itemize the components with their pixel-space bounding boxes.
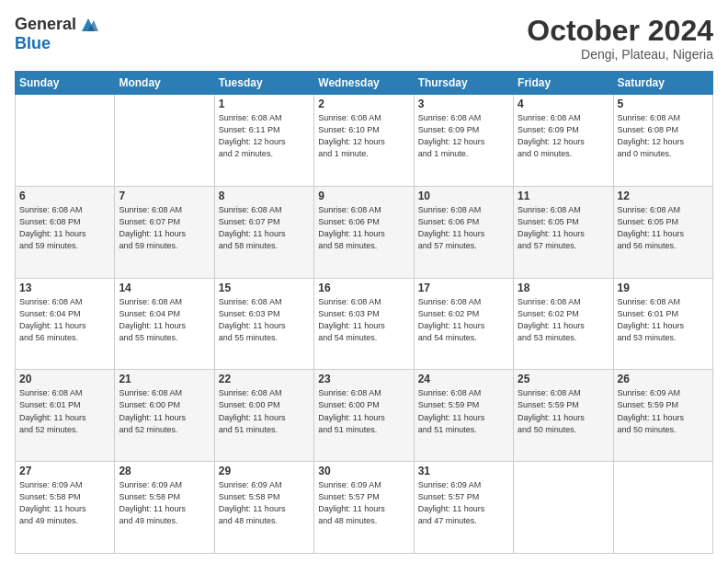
- calendar-week-row: 20Sunrise: 6:08 AMSunset: 6:01 PMDayligh…: [16, 370, 713, 462]
- calendar-cell: 14Sunrise: 6:08 AMSunset: 6:04 PMDayligh…: [115, 278, 214, 370]
- cell-info: Sunrise: 6:08 AMSunset: 5:59 PMDaylight:…: [418, 387, 509, 435]
- calendar-header-row: SundayMondayTuesdayWednesdayThursdayFrid…: [16, 72, 713, 95]
- day-number: 18: [518, 282, 609, 294]
- calendar-cell: 11Sunrise: 6:08 AMSunset: 6:05 PMDayligh…: [514, 186, 613, 278]
- header: General Blue October 2024 Dengi, Plateau…: [15, 15, 713, 62]
- cell-info: Sunrise: 6:08 AMSunset: 6:05 PMDaylight:…: [518, 204, 609, 252]
- day-number: 2: [318, 98, 409, 110]
- day-number: 22: [219, 373, 310, 385]
- day-number: 12: [618, 190, 709, 202]
- cell-info: Sunrise: 6:08 AMSunset: 6:09 PMDaylight:…: [518, 112, 609, 160]
- day-number: 11: [518, 190, 609, 202]
- calendar-cell: 4Sunrise: 6:08 AMSunset: 6:09 PMDaylight…: [514, 95, 613, 187]
- month-title: October 2024: [527, 15, 713, 47]
- day-number: 14: [119, 282, 210, 294]
- calendar-cell: 16Sunrise: 6:08 AMSunset: 6:03 PMDayligh…: [314, 278, 414, 370]
- logo: General Blue: [15, 15, 98, 53]
- calendar-cell: 31Sunrise: 6:09 AMSunset: 5:57 PMDayligh…: [414, 462, 513, 554]
- calendar-week-row: 6Sunrise: 6:08 AMSunset: 6:08 PMDaylight…: [16, 186, 713, 278]
- calendar-cell: 19Sunrise: 6:08 AMSunset: 6:01 PMDayligh…: [613, 278, 712, 370]
- cell-info: Sunrise: 6:09 AMSunset: 5:57 PMDaylight:…: [418, 479, 509, 527]
- calendar-header-wednesday: Wednesday: [314, 72, 414, 95]
- cell-info: Sunrise: 6:08 AMSunset: 6:02 PMDaylight:…: [518, 296, 609, 344]
- cell-info: Sunrise: 6:08 AMSunset: 6:08 PMDaylight:…: [618, 112, 709, 160]
- calendar-cell: 24Sunrise: 6:08 AMSunset: 5:59 PMDayligh…: [414, 370, 513, 462]
- calendar-cell: 23Sunrise: 6:08 AMSunset: 6:00 PMDayligh…: [314, 370, 414, 462]
- calendar-cell: 18Sunrise: 6:08 AMSunset: 6:02 PMDayligh…: [514, 278, 613, 370]
- calendar-cell: 26Sunrise: 6:09 AMSunset: 5:59 PMDayligh…: [613, 370, 712, 462]
- calendar-cell: [613, 462, 712, 554]
- calendar-header-saturday: Saturday: [613, 72, 712, 95]
- cell-info: Sunrise: 6:08 AMSunset: 6:02 PMDaylight:…: [418, 296, 509, 344]
- day-number: 7: [119, 190, 210, 202]
- calendar-week-row: 27Sunrise: 6:09 AMSunset: 5:58 PMDayligh…: [16, 462, 713, 554]
- day-number: 3: [418, 98, 509, 110]
- calendar-cell: [514, 462, 613, 554]
- cell-info: Sunrise: 6:08 AMSunset: 6:03 PMDaylight:…: [219, 296, 310, 344]
- calendar-header-friday: Friday: [514, 72, 613, 95]
- calendar-cell: 5Sunrise: 6:08 AMSunset: 6:08 PMDaylight…: [613, 95, 712, 187]
- calendar-cell: 27Sunrise: 6:09 AMSunset: 5:58 PMDayligh…: [16, 462, 115, 554]
- calendar-header-sunday: Sunday: [16, 72, 115, 95]
- cell-info: Sunrise: 6:09 AMSunset: 5:58 PMDaylight:…: [19, 479, 110, 527]
- calendar-header-tuesday: Tuesday: [214, 72, 313, 95]
- calendar-week-row: 13Sunrise: 6:08 AMSunset: 6:04 PMDayligh…: [16, 278, 713, 370]
- day-number: 21: [119, 373, 210, 385]
- cell-info: Sunrise: 6:08 AMSunset: 6:05 PMDaylight:…: [618, 204, 709, 252]
- logo-icon: [78, 15, 98, 35]
- day-number: 5: [618, 98, 709, 110]
- calendar-cell: 6Sunrise: 6:08 AMSunset: 6:08 PMDaylight…: [16, 186, 115, 278]
- cell-info: Sunrise: 6:08 AMSunset: 6:06 PMDaylight:…: [418, 204, 509, 252]
- calendar-cell: 9Sunrise: 6:08 AMSunset: 6:06 PMDaylight…: [314, 186, 414, 278]
- cell-info: Sunrise: 6:08 AMSunset: 6:04 PMDaylight:…: [119, 296, 210, 344]
- calendar-cell: 13Sunrise: 6:08 AMSunset: 6:04 PMDayligh…: [16, 278, 115, 370]
- day-number: 1: [219, 98, 310, 110]
- cell-info: Sunrise: 6:09 AMSunset: 5:57 PMDaylight:…: [318, 479, 409, 527]
- calendar-cell: 29Sunrise: 6:09 AMSunset: 5:58 PMDayligh…: [214, 462, 313, 554]
- calendar-cell: 22Sunrise: 6:08 AMSunset: 6:00 PMDayligh…: [214, 370, 313, 462]
- cell-info: Sunrise: 6:08 AMSunset: 6:09 PMDaylight:…: [418, 112, 509, 160]
- day-number: 20: [19, 373, 110, 385]
- day-number: 26: [618, 373, 709, 385]
- day-number: 30: [318, 465, 409, 477]
- day-number: 29: [219, 465, 310, 477]
- calendar-cell: [16, 95, 115, 187]
- cell-info: Sunrise: 6:08 AMSunset: 6:07 PMDaylight:…: [119, 204, 210, 252]
- calendar-cell: 2Sunrise: 6:08 AMSunset: 6:10 PMDaylight…: [314, 95, 414, 187]
- calendar-cell: 25Sunrise: 6:08 AMSunset: 5:59 PMDayligh…: [514, 370, 613, 462]
- calendar-week-row: 1Sunrise: 6:08 AMSunset: 6:11 PMDaylight…: [16, 95, 713, 187]
- calendar-cell: [115, 95, 214, 187]
- cell-info: Sunrise: 6:09 AMSunset: 5:58 PMDaylight:…: [119, 479, 210, 527]
- calendar-cell: 8Sunrise: 6:08 AMSunset: 6:07 PMDaylight…: [214, 186, 313, 278]
- calendar-cell: 10Sunrise: 6:08 AMSunset: 6:06 PMDayligh…: [414, 186, 513, 278]
- cell-info: Sunrise: 6:08 AMSunset: 6:01 PMDaylight:…: [618, 296, 709, 344]
- day-number: 28: [119, 465, 210, 477]
- day-number: 6: [19, 190, 110, 202]
- page: General Blue October 2024 Dengi, Plateau…: [0, 0, 728, 563]
- calendar-table: SundayMondayTuesdayWednesdayThursdayFrid…: [15, 71, 713, 554]
- day-number: 13: [19, 282, 110, 294]
- day-number: 17: [418, 282, 509, 294]
- logo-blue-text: Blue: [15, 35, 98, 53]
- cell-info: Sunrise: 6:08 AMSunset: 6:08 PMDaylight:…: [19, 204, 110, 252]
- calendar-cell: 1Sunrise: 6:08 AMSunset: 6:11 PMDaylight…: [214, 95, 313, 187]
- calendar-cell: 30Sunrise: 6:09 AMSunset: 5:57 PMDayligh…: [314, 462, 414, 554]
- logo-general-text: General: [15, 16, 76, 34]
- day-number: 4: [518, 98, 609, 110]
- day-number: 24: [418, 373, 509, 385]
- cell-info: Sunrise: 6:08 AMSunset: 6:01 PMDaylight:…: [19, 387, 110, 435]
- title-block: October 2024 Dengi, Plateau, Nigeria: [527, 15, 713, 62]
- calendar-header-thursday: Thursday: [414, 72, 513, 95]
- cell-info: Sunrise: 6:08 AMSunset: 6:11 PMDaylight:…: [219, 112, 310, 160]
- calendar-cell: 17Sunrise: 6:08 AMSunset: 6:02 PMDayligh…: [414, 278, 513, 370]
- day-number: 16: [318, 282, 409, 294]
- day-number: 9: [318, 190, 409, 202]
- cell-info: Sunrise: 6:08 AMSunset: 6:00 PMDaylight:…: [119, 387, 210, 435]
- day-number: 27: [19, 465, 110, 477]
- location: Dengi, Plateau, Nigeria: [527, 47, 713, 62]
- day-number: 25: [518, 373, 609, 385]
- calendar-cell: 28Sunrise: 6:09 AMSunset: 5:58 PMDayligh…: [115, 462, 214, 554]
- cell-info: Sunrise: 6:08 AMSunset: 6:03 PMDaylight:…: [318, 296, 409, 344]
- calendar-cell: 7Sunrise: 6:08 AMSunset: 6:07 PMDaylight…: [115, 186, 214, 278]
- calendar-cell: 12Sunrise: 6:08 AMSunset: 6:05 PMDayligh…: [613, 186, 712, 278]
